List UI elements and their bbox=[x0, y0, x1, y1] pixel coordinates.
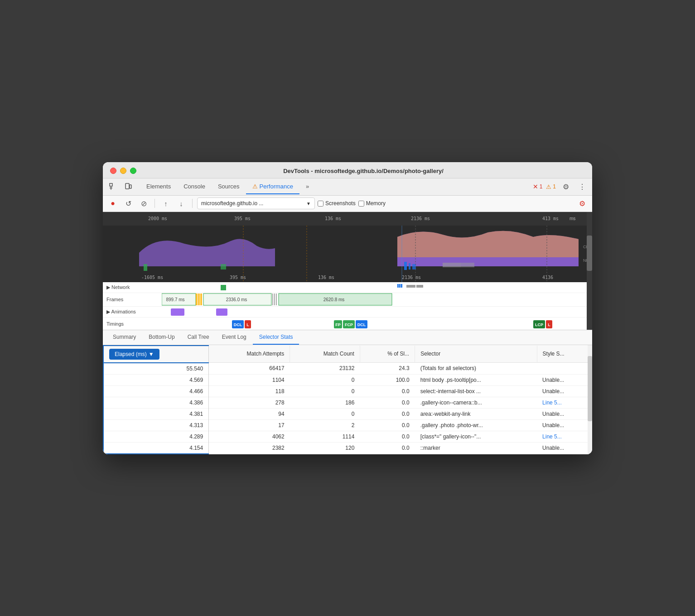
svg-rect-45 bbox=[274, 294, 275, 305]
selector-cell: select:-internal-list-box ... bbox=[415, 385, 537, 397]
dropdown-icon: ▼ bbox=[306, 201, 311, 206]
svg-text:899.7 ms: 899.7 ms bbox=[166, 297, 184, 302]
tab-elements[interactable]: Elements bbox=[140, 179, 177, 194]
style-cell: Line 5... bbox=[537, 397, 592, 408]
tab-selector-stats[interactable]: Selector Stats bbox=[253, 330, 299, 345]
settings-button[interactable]: ⚙ bbox=[560, 180, 572, 193]
tab-sources[interactable]: Sources bbox=[212, 179, 246, 194]
device-toolbar-button[interactable] bbox=[122, 180, 135, 193]
match-attempts-cell: 4062 bbox=[209, 431, 290, 442]
tab-console[interactable]: Console bbox=[177, 179, 212, 194]
elapsed-sort-button[interactable]: Elapsed (ms) ▼ bbox=[109, 349, 159, 360]
url-selector[interactable]: microsoftedge.github.io ... ▼ bbox=[197, 197, 315, 209]
close-button[interactable] bbox=[110, 168, 116, 174]
selector-cell: [class*=" gallery-icon--"... bbox=[415, 431, 537, 442]
clear-button[interactable]: ⊘ bbox=[137, 197, 150, 210]
tab-bottom-up[interactable]: Bottom-Up bbox=[142, 330, 181, 345]
performance-settings-button[interactable]: ⚙ bbox=[576, 197, 589, 210]
track-network[interactable]: ▶ Network bbox=[103, 282, 592, 293]
download-button[interactable]: ↓ bbox=[175, 197, 188, 210]
performance-warning-icon: ⚠ bbox=[252, 183, 258, 190]
svg-rect-15 bbox=[144, 264, 147, 271]
svg-rect-4 bbox=[130, 185, 131, 188]
warn-icon: ⚠ bbox=[546, 183, 551, 190]
tab-event-log[interactable]: Event Log bbox=[216, 330, 253, 345]
toolbar-separator-1 bbox=[154, 199, 155, 208]
tab-bar-right: ✕ 1 ⚠ 1 ⚙ ⋮ bbox=[533, 180, 589, 193]
toolbar-separator-2 bbox=[192, 199, 193, 208]
elapsed-cell: 4.289 bbox=[103, 431, 209, 442]
match-count-cell: 1114 bbox=[290, 431, 360, 442]
maximize-button[interactable] bbox=[130, 168, 136, 174]
elapsed-cell: 4.381 bbox=[103, 408, 209, 419]
more-options-button[interactable]: ⋮ bbox=[576, 180, 589, 193]
screenshots-toggle[interactable]: Screenshots bbox=[318, 200, 356, 207]
elapsed-cell: 4.386 bbox=[103, 397, 209, 408]
tab-bar: Elements Console Sources ⚠ Performance »… bbox=[103, 178, 592, 196]
main-tabs: Elements Console Sources ⚠ Performance » bbox=[140, 179, 533, 194]
style-link[interactable]: Line 5... bbox=[542, 399, 562, 406]
table-row: 4.466 118 0 0.0 select:-internal-list-bo… bbox=[103, 385, 592, 397]
svg-rect-18 bbox=[409, 263, 410, 270]
match-attempts-cell: 94 bbox=[209, 408, 290, 419]
style-link[interactable]: Line 5... bbox=[542, 433, 562, 440]
track-animations[interactable]: ▶ Animations bbox=[103, 307, 592, 318]
pct-cell: 0.0 bbox=[360, 385, 415, 397]
match-count-cell: 0 bbox=[290, 385, 360, 397]
pct-cell: 0.0 bbox=[360, 431, 415, 442]
track-frames-content: 899.7 ms 2336.0 ms 2620.8 ms bbox=[162, 293, 592, 306]
svg-rect-35 bbox=[399, 284, 401, 288]
tab-summary[interactable]: Summary bbox=[106, 330, 142, 345]
memory-checkbox[interactable] bbox=[358, 201, 364, 207]
table-body: 55.540 66417 23132 24.3 (Totals for all … bbox=[103, 363, 592, 454]
upload-button[interactable]: ↑ bbox=[159, 197, 172, 210]
timeline-chart[interactable]: 2000 ms 395 ms 136 ms 2136 ms 413 ms ms … bbox=[103, 212, 592, 330]
track-frames[interactable]: Frames bbox=[103, 293, 592, 307]
col-match-count: Match Count bbox=[290, 346, 360, 363]
elapsed-cell: 4.313 bbox=[103, 419, 209, 431]
svg-text:395 ms: 395 ms bbox=[234, 216, 251, 221]
screenshots-checkbox[interactable] bbox=[318, 201, 323, 207]
table-scrollbar-thumb bbox=[588, 356, 592, 422]
svg-text:2136 ms: 2136 ms bbox=[402, 275, 421, 280]
timeline-scrollbar-thumb bbox=[587, 236, 592, 271]
svg-text:FP: FP bbox=[335, 322, 341, 327]
col-selector: Selector bbox=[415, 346, 537, 363]
svg-text:LCP: LCP bbox=[535, 322, 543, 327]
pct-cell: 0.0 bbox=[360, 419, 415, 431]
track-animations-label: ▶ Animations bbox=[103, 309, 162, 315]
minimize-button[interactable] bbox=[120, 168, 126, 174]
svg-rect-17 bbox=[404, 262, 407, 270]
svg-text:L: L bbox=[246, 322, 249, 327]
svg-text:136 ms: 136 ms bbox=[325, 216, 341, 221]
track-timings[interactable]: Timings DCL L FP bbox=[103, 318, 592, 330]
col-match-attempts: Match Attempts bbox=[209, 346, 290, 363]
style-cell: Unable... bbox=[537, 385, 592, 397]
svg-text:DCL: DCL bbox=[234, 322, 242, 327]
elapsed-cell: 55.540 bbox=[103, 363, 209, 375]
svg-rect-41 bbox=[198, 294, 200, 305]
svg-rect-37 bbox=[406, 285, 415, 288]
svg-rect-42 bbox=[200, 294, 202, 305]
table-scrollbar[interactable] bbox=[588, 345, 592, 454]
tab-performance[interactable]: ⚠ Performance bbox=[246, 179, 299, 194]
timeline-scrollbar[interactable] bbox=[587, 212, 592, 330]
selector-cell: (Totals for all selectors) bbox=[415, 363, 537, 375]
svg-text:2000 ms: 2000 ms bbox=[148, 216, 167, 221]
tab-call-tree[interactable]: Call Tree bbox=[181, 330, 216, 345]
record-button[interactable]: ● bbox=[106, 197, 119, 210]
devtools-window: DevTools - microsoftedge.github.io/Demos… bbox=[103, 162, 592, 454]
performance-toolbar: ● ↺ ⊘ ↑ ↓ microsoftedge.github.io ... ▼ … bbox=[103, 196, 592, 212]
sort-down-icon: ▼ bbox=[149, 351, 154, 357]
inspect-element-button[interactable] bbox=[106, 180, 119, 193]
error-icon: ✕ bbox=[533, 183, 538, 190]
match-count-cell: 23132 bbox=[290, 363, 360, 375]
tab-more[interactable]: » bbox=[299, 179, 315, 194]
match-count-cell: 186 bbox=[290, 397, 360, 408]
match-attempts-cell: 118 bbox=[209, 385, 290, 397]
refresh-record-button[interactable]: ↺ bbox=[122, 197, 135, 210]
style-cell: Unable... bbox=[537, 374, 592, 385]
style-cell: Line 5... bbox=[537, 431, 592, 442]
animations-track-svg bbox=[162, 307, 592, 317]
memory-toggle[interactable]: Memory bbox=[358, 200, 386, 207]
